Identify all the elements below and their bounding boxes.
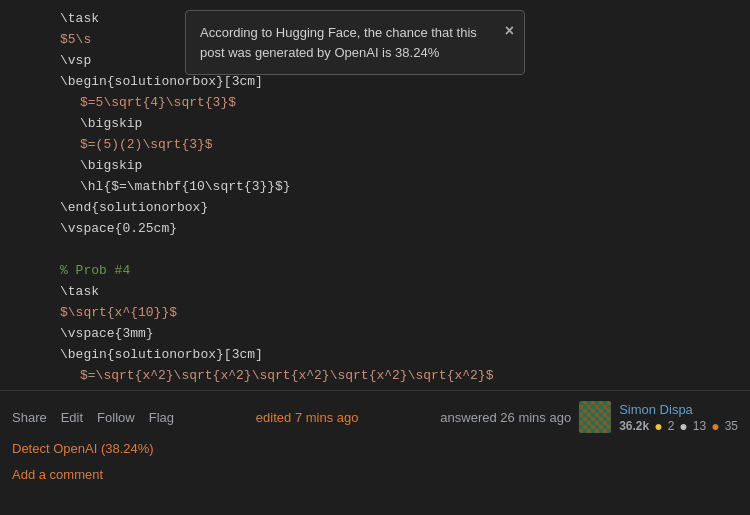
answered-timestamp: answered 26 mins ago <box>440 410 571 425</box>
code-line: \hl{$=\mathbf{10\sqrt{3}}$} <box>0 176 750 197</box>
answered-section: answered 26 mins ago Simon Dispa 36.2k ●… <box>440 401 738 433</box>
silver-count: 13 <box>693 419 706 433</box>
gold-dot: ● <box>654 419 662 433</box>
code-line: $=\sqrt{x^2}\sqrt{x^2}\sqrt{x^2}\sqrt{x^… <box>0 365 750 386</box>
follow-link[interactable]: Follow <box>97 410 135 425</box>
user-info: Simon Dispa 36.2k ● 2 ● 13 ● 35 <box>619 402 738 433</box>
add-comment-link[interactable]: Add a comment <box>12 467 103 482</box>
silver-dot: ● <box>679 419 687 433</box>
alert-text: According to Hugging Face, the chance th… <box>200 25 477 60</box>
flag-link[interactable]: Flag <box>149 410 174 425</box>
code-line: \vspace{0.25cm} <box>0 218 750 239</box>
code-line: \bigskip <box>0 113 750 134</box>
code-line: \bigskip <box>0 155 750 176</box>
edit-link[interactable]: Edit <box>61 410 83 425</box>
reputation: 36.2k <box>619 419 649 433</box>
code-line: \bigskip <box>0 386 750 390</box>
code-line: \task <box>0 281 750 302</box>
add-comment-section: Add a comment <box>12 465 738 483</box>
footer-row2: Detect OpenAI (38.24%) <box>12 439 738 457</box>
footer-links: Share Edit Follow Flag <box>12 410 174 425</box>
code-line: \begin{solutionorbox}[3cm] <box>0 344 750 365</box>
code-editor: According to Hugging Face, the chance th… <box>0 0 750 390</box>
avatar <box>579 401 611 433</box>
bronze-dot: ● <box>711 419 719 433</box>
code-line: $=5\sqrt{4}\sqrt{3}$ <box>0 92 750 113</box>
gold-count: 2 <box>668 419 675 433</box>
code-line: $=(5)(2)\sqrt{3}$ <box>0 134 750 155</box>
reputation-row: 36.2k ● 2 ● 13 ● 35 <box>619 419 738 433</box>
code-line: \vspace{3mm} <box>0 323 750 344</box>
share-link[interactable]: Share <box>12 410 47 425</box>
username[interactable]: Simon Dispa <box>619 402 738 417</box>
edited-timestamp: edited 7 mins ago <box>256 410 359 425</box>
bronze-count: 35 <box>725 419 738 433</box>
code-line: \end{solutionorbox} <box>0 197 750 218</box>
close-icon[interactable]: × <box>505 19 514 43</box>
detect-openai-link[interactable]: Detect OpenAI (38.24%) <box>12 441 154 456</box>
code-line: % Prob #4 <box>0 260 750 281</box>
code-line <box>0 239 750 260</box>
avatar-pattern <box>579 401 611 433</box>
code-line: $\sqrt{x^{10}}$ <box>0 302 750 323</box>
footer-row1: Share Edit Follow Flag edited 7 mins ago… <box>12 401 738 433</box>
ai-detection-alert: According to Hugging Face, the chance th… <box>185 10 525 75</box>
footer: Share Edit Follow Flag edited 7 mins ago… <box>0 390 750 489</box>
